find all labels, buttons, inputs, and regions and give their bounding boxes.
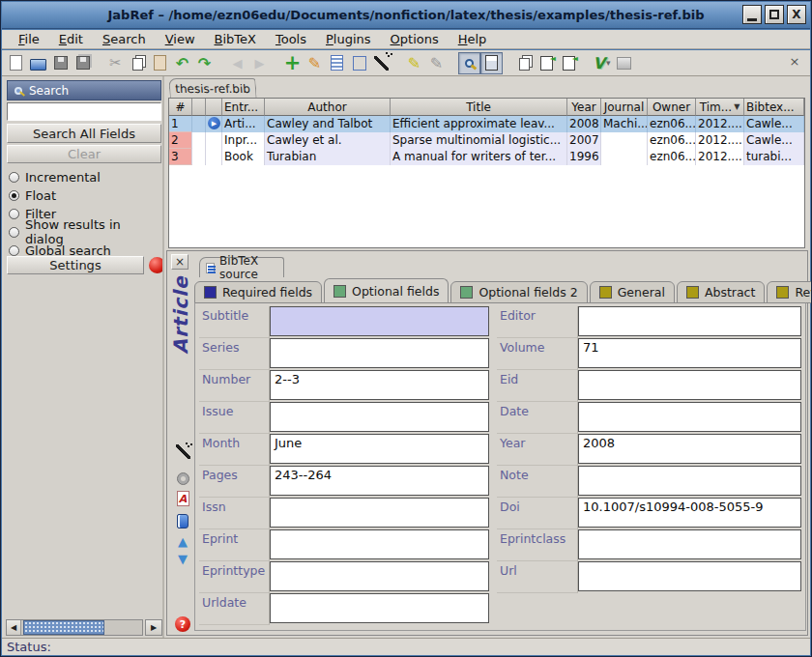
edit-entry-icon[interactable]: ✎ <box>304 52 326 74</box>
cell-title[interactable]: Sparse multinomial logistic... <box>391 132 567 149</box>
save-database-icon[interactable] <box>49 52 72 74</box>
new-database-icon[interactable] <box>5 52 27 74</box>
tab-general[interactable]: General <box>590 281 675 303</box>
cell-owner[interactable]: ezn06... <box>648 149 696 165</box>
cell-owner[interactable]: ezn06... <box>648 132 696 149</box>
cell-year[interactable]: 2007 <box>567 132 601 149</box>
close-button[interactable]: X <box>787 5 806 24</box>
next-entry-icon[interactable]: ▼ <box>173 551 192 568</box>
cell-file[interactable]: ▶ <box>206 116 222 132</box>
cell-title[interactable]: Efficient approximate leav... <box>391 116 567 132</box>
edit-strings-icon[interactable] <box>348 52 370 74</box>
field-input-issn[interactable] <box>270 498 489 528</box>
cell-file[interactable] <box>206 149 222 165</box>
cell-journal[interactable]: Machi... <box>601 116 648 132</box>
menu-options[interactable]: Options <box>382 31 448 47</box>
edit-preamble-icon[interactable] <box>326 52 348 74</box>
push-to-application-2-icon[interactable] <box>558 52 580 74</box>
previous-entry-icon[interactable]: ▲ <box>173 533 192 551</box>
cell-author[interactable]: Cawley et al. <box>265 132 391 149</box>
editor-close-icon[interactable]: × <box>171 254 188 270</box>
col-bibtexkey[interactable]: Bibtex... <box>744 99 804 116</box>
redo-icon[interactable]: ↷ <box>193 52 216 74</box>
mark-entries-icon[interactable]: ✎ <box>403 52 425 74</box>
cell-ranking[interactable] <box>192 116 206 132</box>
field-input-year[interactable]: 2008 <box>578 434 801 464</box>
push-to-vim-icon[interactable]: V▾ <box>591 52 613 74</box>
undo-icon[interactable]: ↶ <box>171 52 193 74</box>
menu-tools[interactable]: Tools <box>267 31 315 47</box>
open-file-book-icon[interactable] <box>173 512 192 529</box>
cell-owner[interactable]: ezn06... <box>648 116 696 132</box>
field-input-eprinttype[interactable] <box>270 561 489 591</box>
tab-review[interactable]: Review <box>767 281 812 303</box>
field-input-pages[interactable]: 243--264 <box>270 466 489 496</box>
menu-plugins[interactable]: Plugins <box>317 31 380 47</box>
tab-optional-fields-2[interactable]: Optional fields 2 <box>450 281 587 303</box>
push-to-application-icon[interactable] <box>536 52 558 74</box>
radio-float[interactable]: Float <box>9 186 161 204</box>
col-number[interactable]: # <box>169 99 192 116</box>
bibtex-source-tab[interactable]: BibTeX source <box>199 257 284 277</box>
copy-citation-icon[interactable] <box>513 52 536 74</box>
cell-number[interactable]: 1 <box>169 116 192 132</box>
paste-icon[interactable] <box>149 52 171 74</box>
openoffice-icon[interactable] <box>613 52 635 74</box>
col-journal[interactable]: Journal <box>601 99 648 116</box>
editor-help-icon[interactable]: ? <box>173 615 192 633</box>
toggle-search-icon[interactable] <box>458 52 480 74</box>
field-input-eid[interactable] <box>578 370 801 400</box>
menu-file[interactable]: File <box>10 31 48 47</box>
cell-number[interactable]: 3 <box>169 149 192 165</box>
col-timestamp[interactable]: Tim...▼ <box>696 99 744 116</box>
minimize-button[interactable] <box>742 5 762 24</box>
cell-ranking[interactable] <box>192 132 206 149</box>
field-input-doi[interactable]: 10.1007/s10994-008-5055-9 <box>578 498 801 528</box>
cell-year[interactable]: 2008 <box>567 116 601 132</box>
field-input-eprintclass[interactable] <box>578 529 801 559</box>
scroll-left-icon[interactable]: ◀ <box>7 620 21 635</box>
cell-bibtexkey[interactable]: Cawle... <box>744 116 804 132</box>
menu-edit[interactable]: Edit <box>50 31 92 47</box>
menu-bibtex[interactable]: BibTeX <box>206 31 265 47</box>
toggle-preview-icon[interactable] <box>480 52 503 74</box>
col-title[interactable]: Title <box>391 99 567 116</box>
col-file[interactable] <box>206 99 222 116</box>
tab-optional-fields[interactable]: Optional fields <box>324 278 449 303</box>
cell-number[interactable]: 2 <box>169 132 192 149</box>
tab-abstract[interactable]: Abstract <box>677 281 765 303</box>
open-database-icon[interactable] <box>27 52 49 74</box>
col-owner[interactable]: Owner <box>648 99 696 116</box>
plaintext-import-icon[interactable] <box>370 52 392 74</box>
cell-year[interactable]: 1996 <box>567 149 601 165</box>
menu-search[interactable]: Search <box>94 31 155 47</box>
cell-bibtexkey[interactable]: turabi... <box>744 149 804 165</box>
write-pdf-icon[interactable]: A <box>173 490 192 507</box>
cell-author[interactable]: Cawley and Talbot <box>265 116 391 132</box>
radio-incremental[interactable]: Incremental <box>9 168 161 186</box>
field-input-volume[interactable]: 71 <box>578 338 801 368</box>
maximize-button[interactable] <box>765 5 784 24</box>
field-input-note[interactable] <box>578 466 801 496</box>
cell-entrytype[interactable]: Book <box>222 149 265 165</box>
field-input-editor[interactable] <box>578 306 801 336</box>
cell-timestamp[interactable]: 2012.... <box>696 149 744 165</box>
search-input[interactable] <box>7 102 161 121</box>
cut-icon[interactable]: ✂ <box>104 52 127 74</box>
search-all-fields-button[interactable]: Search All Fields <box>7 124 161 143</box>
toolbar-close-icon[interactable]: × <box>787 54 802 70</box>
menu-help[interactable]: Help <box>450 31 496 47</box>
cell-title[interactable]: A manual for writers of ter... <box>391 149 567 165</box>
cell-journal[interactable] <box>601 132 648 149</box>
cell-timestamp[interactable]: 2012.... <box>696 116 744 132</box>
radio-show-results-in-dialog[interactable]: Show results in dialog <box>9 223 161 241</box>
generate-key-wand-icon[interactable] <box>173 443 192 460</box>
menu-view[interactable]: View <box>157 31 204 47</box>
field-input-number[interactable]: 2--3 <box>270 370 489 400</box>
tab-required-fields[interactable]: Required fields <box>194 281 322 303</box>
col-entrytype[interactable]: Entr... <box>222 99 265 116</box>
scroll-right-icon[interactable]: ▶ <box>145 619 162 636</box>
cell-bibtexkey[interactable]: Cawle... <box>744 132 804 149</box>
sidebar-horizontal-scrollbar[interactable]: ◀ <box>6 619 143 636</box>
settings-button[interactable]: Settings <box>7 256 144 274</box>
